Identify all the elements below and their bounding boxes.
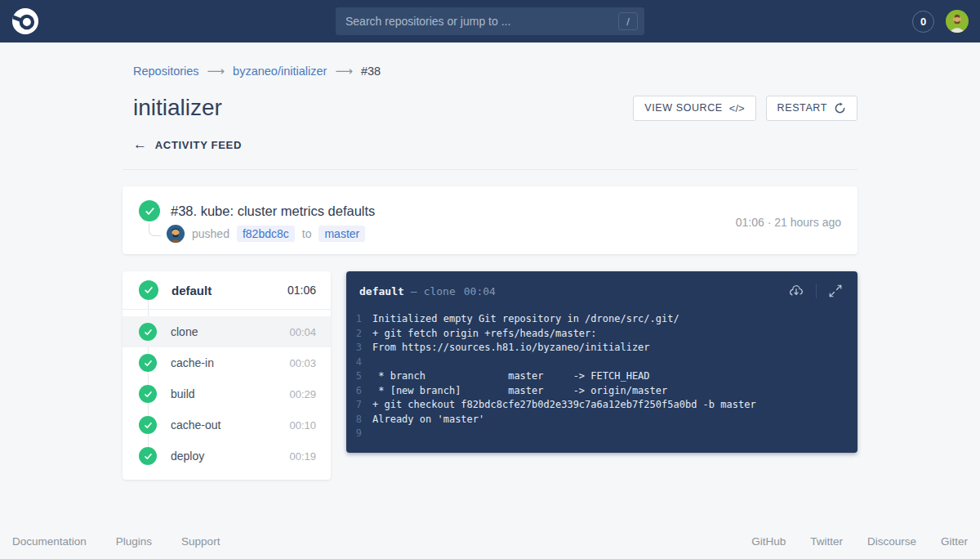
search-bar: / xyxy=(336,7,644,35)
log-line: 2+ git fetch origin +refs/heads/master: xyxy=(346,327,858,342)
success-check-icon xyxy=(139,447,157,465)
footer-link-plugins[interactable]: Plugins xyxy=(116,535,152,548)
footer-link-twitter[interactable]: Twitter xyxy=(810,535,843,548)
log-line: 6 * [new branch] master -> origin/master xyxy=(346,384,858,399)
breadcrumb-build-number: #38 xyxy=(361,65,381,78)
connector-elbow xyxy=(149,223,161,236)
step-name: cache-in xyxy=(171,356,214,369)
step-row-clone[interactable]: clone 00:04 xyxy=(122,316,331,347)
section-divider xyxy=(122,169,858,170)
success-check-icon xyxy=(139,280,158,300)
actions-divider xyxy=(816,284,817,298)
step-name: cache-out xyxy=(171,418,220,432)
console-separator: — xyxy=(411,285,417,297)
log-line: 4 xyxy=(346,356,858,370)
line-text: From https://sources.h81.io/byzaneo/init… xyxy=(372,341,650,356)
build-timestamp: 01:06 · 21 hours ago xyxy=(736,216,841,229)
line-text: * branch master -> FETCH_HEAD xyxy=(372,369,650,384)
to-label: to xyxy=(302,227,312,240)
pipeline-duration: 01:06 xyxy=(287,284,316,297)
log-line: 5 * branch master -> FETCH_HEAD xyxy=(346,369,858,384)
step-name: clone xyxy=(171,325,198,338)
breadcrumb-repo[interactable]: byzaneo/initializer xyxy=(233,65,327,78)
view-source-button[interactable]: VIEW SOURCE </> xyxy=(633,96,755,121)
step-name: deploy xyxy=(171,449,204,463)
success-check-icon xyxy=(139,416,157,434)
step-duration: 00:04 xyxy=(289,326,316,338)
user-avatar-image xyxy=(946,10,969,33)
top-navbar: / 0 xyxy=(0,0,980,42)
code-icon: </> xyxy=(729,102,745,114)
cloud-download-icon xyxy=(788,283,804,299)
line-text: Already on 'master' xyxy=(372,413,484,427)
success-check-icon xyxy=(139,200,160,221)
footer-link-discourse[interactable]: Discourse xyxy=(867,535,916,548)
slash-shortcut-hint: / xyxy=(618,12,638,30)
footer: Documentation Plugins Support GitHub Twi… xyxy=(0,535,980,548)
log-line: 3From https://sources.h81.io/byzaneo/ini… xyxy=(346,341,858,356)
left-arrow-icon: ← xyxy=(133,136,148,153)
page-title: initializer xyxy=(133,95,222,121)
line-text: + git checkout f82bdc8cfe27b0d2e339c7a6a… xyxy=(372,398,756,413)
console-pipeline-name: default xyxy=(359,285,404,297)
view-source-label: VIEW SOURCE xyxy=(644,102,723,114)
footer-link-support[interactable]: Support xyxy=(181,535,220,548)
expand-icon xyxy=(828,284,843,298)
build-summary-card[interactable]: #38. kube: cluster metrics defaults push… xyxy=(122,186,858,254)
breadcrumb-repositories[interactable]: Repositories xyxy=(133,65,199,78)
step-row-cache-in[interactable]: cache-in 00:03 xyxy=(122,347,331,378)
log-output[interactable]: 1Initialized empty Git repository in /dr… xyxy=(346,309,858,441)
line-number: 5 xyxy=(346,369,372,384)
line-number: 8 xyxy=(346,413,372,427)
console-step-name: clone xyxy=(424,285,456,297)
build-title: #38. kube: cluster metrics defaults xyxy=(171,203,375,219)
breadcrumb: Repositories ⟶ byzaneo/initializer ⟶ #38 xyxy=(122,42,858,78)
pushed-label: pushed xyxy=(192,227,229,240)
drone-logo[interactable] xyxy=(11,7,39,35)
step-row-deploy[interactable]: deploy 00:19 xyxy=(122,440,331,472)
step-duration: 00:29 xyxy=(289,388,316,400)
success-check-icon xyxy=(139,354,157,372)
success-check-icon xyxy=(139,385,157,403)
line-number: 3 xyxy=(346,341,372,356)
activity-feed-label: ACTIVITY FEED xyxy=(155,139,242,151)
steps-list: clone 00:04 cache-in 00:03 build 00:29 c… xyxy=(122,310,331,480)
breadcrumb-arrow-icon: ⟶ xyxy=(207,64,225,78)
step-name: build xyxy=(171,387,195,400)
pipeline-header-row[interactable]: default 01:06 xyxy=(122,271,331,310)
pipeline-name: default xyxy=(172,284,212,297)
pipeline-steps-panel: default 01:06 clone 00:04 cache-in 00:03… xyxy=(122,271,331,480)
line-number: 1 xyxy=(346,312,372,327)
notification-count-badge[interactable]: 0 xyxy=(912,11,934,33)
line-number: 7 xyxy=(346,398,372,413)
footer-link-github[interactable]: GitHub xyxy=(751,535,786,548)
activity-feed-back-link[interactable]: ← ACTIVITY FEED xyxy=(122,136,858,153)
fullscreen-button[interactable] xyxy=(826,282,844,300)
user-avatar[interactable] xyxy=(946,10,969,33)
log-line: 8Already on 'master' xyxy=(346,413,858,427)
line-number: 4 xyxy=(346,356,372,370)
line-number: 6 xyxy=(346,384,372,399)
step-row-build[interactable]: build 00:29 xyxy=(122,378,331,409)
line-text: * [new branch] master -> origin/master xyxy=(372,384,667,399)
step-duration: 00:19 xyxy=(289,450,316,463)
search-input[interactable] xyxy=(345,15,618,28)
console-step-duration: 00:04 xyxy=(464,285,496,297)
commit-hash-chip[interactable]: f82bdc8c xyxy=(237,226,295,242)
breadcrumb-arrow-icon: ⟶ xyxy=(335,64,353,78)
refresh-icon xyxy=(834,102,846,114)
line-number: 2 xyxy=(346,327,372,342)
footer-link-gitter[interactable]: Gitter xyxy=(941,535,968,548)
step-duration: 00:10 xyxy=(289,419,316,432)
footer-link-documentation[interactable]: Documentation xyxy=(12,535,87,548)
restart-label: RESTART xyxy=(777,102,827,114)
step-row-cache-out[interactable]: cache-out 00:10 xyxy=(122,409,331,440)
download-log-button[interactable] xyxy=(786,281,806,301)
console-header: default — clone 00:04 xyxy=(346,271,858,309)
step-duration: 00:03 xyxy=(289,357,316,369)
committer-avatar xyxy=(167,225,185,243)
log-line: 7+ git checkout f82bdc8cfe27b0d2e339c7a6… xyxy=(346,398,858,413)
branch-chip[interactable]: master xyxy=(318,226,365,242)
success-check-icon xyxy=(139,323,157,341)
restart-button[interactable]: RESTART xyxy=(766,96,858,121)
